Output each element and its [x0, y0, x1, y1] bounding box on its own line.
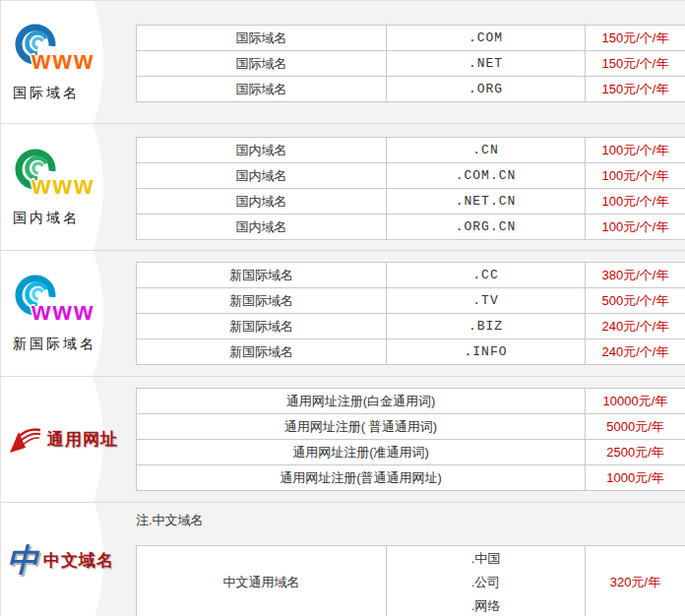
extension-cell: .ORG: [387, 77, 586, 102]
service-cell: 通用网址注册(白金通用词): [137, 389, 586, 414]
logo-column: www 国内域名: [1, 124, 136, 250]
category-cell: 新国际域名: [137, 263, 387, 288]
extension-cell: .COM: [387, 26, 586, 51]
category-cell: 新国际域名: [137, 288, 387, 314]
table-row: 新国际域名 .TV 500元/个/年: [137, 288, 685, 314]
logo-column: www 新国际域名: [1, 251, 136, 376]
extension-line: .公司: [387, 571, 585, 594]
category-cell: 中文通用域名: [137, 546, 387, 616]
extensions-cell: .中国 .公司 .网络: [387, 546, 586, 616]
service-cell: 通用网址注册(普通通用网址): [137, 465, 586, 491]
section-title: 中文域名: [43, 549, 114, 572]
table-row: 通用网址注册(准通用词) 2500元/年: [137, 440, 685, 465]
price-cell: 240元/个/年: [586, 314, 685, 339]
section-title: 通用网址: [47, 428, 118, 451]
zhong-character-icon: 中: [7, 544, 38, 576]
price-cell: 10000元/年: [586, 389, 685, 414]
price-cell: 5000元/年: [586, 414, 685, 440]
price-cell: 500元/个/年: [586, 288, 685, 314]
domain-pricing-page: www 国际域名 国际域名 .COM 150元/个/年 国际域名 .NET 15…: [0, 0, 685, 616]
category-cell: 国内域名: [137, 215, 387, 240]
www-logo-text: www: [31, 173, 94, 198]
section-title: 国内域名: [13, 210, 136, 227]
table-row: 国际域名 .NET 150元/个/年: [137, 51, 685, 77]
www-swirl-logo-cyan: www: [13, 274, 123, 331]
extension-cell: .NET.CN: [387, 189, 586, 215]
extension-cell: .INFO: [387, 339, 586, 365]
extension-line: .中国: [387, 547, 585, 571]
category-cell: 国内域名: [137, 138, 387, 163]
table-row: 新国际域名 .CC 380元/个/年: [137, 263, 685, 288]
price-cell: 100元/个/年: [586, 215, 685, 240]
table-row: 国际域名 .ORG 150元/个/年: [137, 77, 685, 102]
price-cell: 240元/个/年: [586, 339, 685, 365]
logo-column: 中 中文域名: [1, 503, 136, 616]
section-chinese-domains: 中 中文域名 注.中文域名 中文通用域名 .中国 .公司 .网络 320元/年: [1, 502, 685, 616]
section-domestic-domains: www 国内域名 国内域名 .CN 100元/个/年 国内域名 .COM.CN …: [1, 123, 685, 250]
category-cell: 国内域名: [137, 163, 387, 189]
table-row: 通用网址注册( 普通通用词) 5000元/年: [137, 414, 685, 440]
price-cell: 150元/个/年: [586, 26, 685, 51]
logo-column: 通用网址: [1, 377, 136, 502]
category-cell: 新国际域名: [137, 339, 387, 365]
table-row: 国内域名 .ORG.CN 100元/个/年: [137, 215, 685, 240]
www-swirl-logo-blue: www: [13, 23, 123, 80]
table-row: 国内域名 .COM.CN 100元/个/年: [137, 163, 685, 189]
section-new-international-domains: www 新国际域名 新国际域名 .CC 380元/个/年 新国际域名 .TV 5…: [1, 250, 685, 376]
price-cell: 320元/年: [586, 546, 685, 616]
category-cell: 国际域名: [137, 77, 387, 102]
price-cell: 380元/个/年: [586, 263, 685, 288]
section-international-domains: www 国际域名 国际域名 .COM 150元/个/年 国际域名 .NET 15…: [1, 1, 685, 123]
generic-web-address-price-table: 通用网址注册(白金通用词) 10000元/年 通用网址注册( 普通通用词) 50…: [136, 388, 685, 491]
price-cell: 150元/个/年: [586, 51, 685, 77]
table-row: 新国际域名 .BIZ 240元/个/年: [137, 314, 685, 339]
table-row: 通用网址注册(普通通用网址) 1000元/年: [137, 465, 685, 491]
price-cell: 100元/个/年: [586, 163, 685, 189]
extension-cell: .ORG.CN: [387, 215, 586, 240]
extension-cell: .CC: [387, 263, 586, 288]
section-title: 新国际域名: [13, 336, 136, 353]
extension-cell: .BIZ: [387, 314, 586, 339]
category-cell: 新国际域名: [137, 314, 387, 339]
red-arrow-flag-icon: [7, 423, 42, 457]
extension-cell: .TV: [387, 288, 586, 314]
intl-domain-price-table: 国际域名 .COM 150元/个/年 国际域名 .NET 150元/个/年 国际…: [136, 25, 685, 102]
price-cell: 2500元/年: [586, 440, 685, 465]
www-logo-text: www: [31, 299, 94, 324]
table-row: 通用网址注册(白金通用词) 10000元/年: [137, 389, 685, 414]
table-row: 国内域名 .CN 100元/个/年: [137, 138, 685, 163]
www-logo-text: www: [31, 48, 94, 73]
category-cell: 国际域名: [137, 51, 387, 77]
table-row: 国际域名 .COM 150元/个/年: [137, 26, 685, 51]
extension-line: .网络: [387, 594, 585, 616]
domestic-domain-price-table: 国内域名 .CN 100元/个/年 国内域名 .COM.CN 100元/个/年 …: [136, 137, 685, 240]
section-title: 国际域名: [13, 85, 136, 102]
price-cell: 150元/个/年: [586, 77, 685, 102]
extension-cell: .COM.CN: [387, 163, 586, 189]
price-cell: 100元/个/年: [586, 189, 685, 215]
chinese-domain-note: 注.中文域名: [136, 512, 685, 529]
extension-cell: .NET: [387, 51, 586, 77]
logo-column: www 国际域名: [1, 1, 136, 123]
category-cell: 国际域名: [137, 26, 387, 51]
section-generic-web-address: 通用网址 通用网址注册(白金通用词) 10000元/年 通用网址注册( 普通通用…: [1, 376, 685, 502]
new-intl-domain-price-table: 新国际域名 .CC 380元/个/年 新国际域名 .TV 500元/个/年 新国…: [136, 262, 685, 365]
chinese-domain-price-table: 中文通用域名 .中国 .公司 .网络 320元/年: [136, 545, 685, 616]
service-cell: 通用网址注册( 普通通用词): [137, 414, 586, 440]
price-cell: 1000元/年: [586, 465, 685, 491]
price-cell: 100元/个/年: [586, 138, 685, 163]
service-cell: 通用网址注册(准通用词): [137, 440, 586, 465]
www-swirl-logo-green: www: [13, 148, 123, 205]
table-row: 中文通用域名 .中国 .公司 .网络 320元/年: [137, 546, 685, 616]
extension-cell: .CN: [387, 138, 586, 163]
table-row: 国内域名 .NET.CN 100元/个/年: [137, 189, 685, 215]
table-row: 新国际域名 .INFO 240元/个/年: [137, 339, 685, 365]
category-cell: 国内域名: [137, 189, 387, 215]
